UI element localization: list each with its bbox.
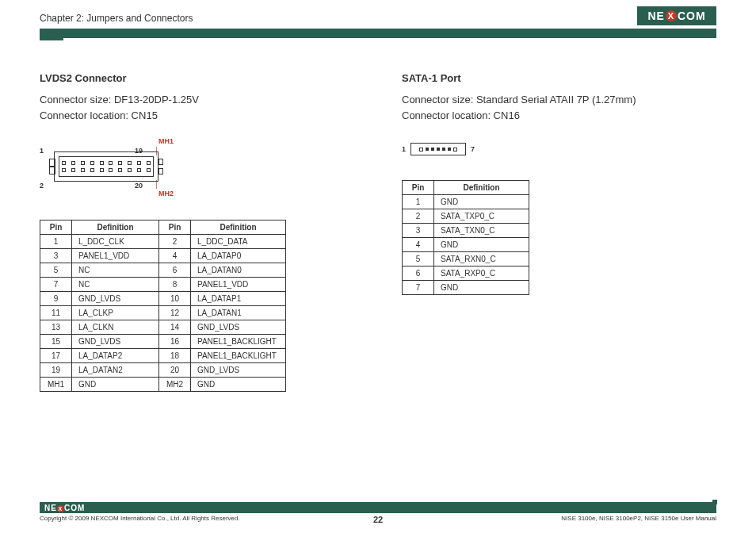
cell-def: NC bbox=[72, 278, 159, 292]
nexcom-logo-bottom: NEXCOM bbox=[44, 504, 85, 512]
cell-def: L_DDC_CLK bbox=[72, 235, 159, 249]
lvds2-size: Connector size: DF13-20DP-1.25V bbox=[40, 94, 199, 105]
th-pin: Pin bbox=[40, 220, 72, 235]
lvds2-pin-table: Pin Definition Pin Definition 1L_DDC_CLK… bbox=[40, 220, 286, 392]
table-row: 3PANEL1_VDD4LA_DATAP0 bbox=[40, 249, 286, 263]
cell-def: GND_LVDS bbox=[191, 363, 286, 378]
cell-pin: 5 bbox=[40, 263, 72, 278]
cell-pin: 12 bbox=[159, 306, 191, 320]
cell-def: PANEL1_BACKLIGHT bbox=[191, 349, 286, 363]
cell-def: LA_DATAN1 bbox=[191, 306, 286, 320]
cell-pin: 8 bbox=[159, 278, 191, 292]
table-row: 11LA_CLKP12LA_DATAN1 bbox=[40, 306, 286, 320]
sata1-title: SATA-1 Port bbox=[402, 72, 716, 84]
cell-pin: 6 bbox=[403, 266, 434, 281]
cell-def: SATA_TXP0_C bbox=[434, 209, 529, 224]
lvds2-title: LVDS2 Connector bbox=[40, 72, 354, 84]
table-row: 9GND_LVDS10LA_DATAP1 bbox=[40, 292, 286, 306]
cell-def: LA_CLKP bbox=[72, 306, 159, 320]
cell-pin: 19 bbox=[40, 363, 72, 378]
pin1-label: 1 bbox=[402, 145, 406, 153]
sata1-diagram: 1 7 bbox=[402, 137, 489, 161]
table-row: MH1GNDMH2GND bbox=[40, 378, 286, 392]
cell-pin: 13 bbox=[40, 320, 72, 335]
cell-pin: 2 bbox=[403, 209, 434, 224]
table-row: 3SATA_TXN0_C bbox=[403, 224, 529, 238]
cell-pin: 11 bbox=[40, 306, 72, 320]
cell-pin: 1 bbox=[40, 235, 72, 249]
table-row: 1L_DDC_CLK2L_DDC_DATA bbox=[40, 235, 286, 249]
cell-def: GND_LVDS bbox=[72, 335, 159, 349]
cell-pin: 4 bbox=[159, 249, 191, 263]
table-row: 7GND bbox=[403, 281, 529, 295]
cell-def: GND_LVDS bbox=[191, 320, 286, 335]
cell-def: GND bbox=[72, 378, 159, 392]
cell-def: SATA_RXP0_C bbox=[434, 266, 529, 281]
table-row: 15GND_LVDS16PANEL1_BACKLIGHT bbox=[40, 335, 286, 349]
cell-pin: 5 bbox=[403, 252, 434, 266]
logo-x-icon: X bbox=[57, 505, 64, 512]
cell-pin: 14 bbox=[159, 320, 191, 335]
cell-def: LA_DATAN2 bbox=[72, 363, 159, 378]
cell-pin: MH1 bbox=[40, 378, 72, 392]
cell-pin: 2 bbox=[159, 235, 191, 249]
cell-pin: 10 bbox=[159, 292, 191, 306]
sata1-location: Connector location: CN16 bbox=[402, 109, 520, 121]
sata1-desc: Connector size: Standard Serial ATAII 7P… bbox=[402, 92, 716, 123]
pin7-label: 7 bbox=[471, 145, 475, 153]
cell-def: SATA_TXN0_C bbox=[434, 224, 529, 238]
cell-def: PANEL1_VDD bbox=[191, 278, 286, 292]
pin2-label: 2 bbox=[40, 182, 44, 190]
th-def: Definition bbox=[72, 220, 159, 235]
lvds2-diagram: MH1 │ 1 19 2 20 │ MH2 bbox=[40, 137, 182, 201]
mh2-label: MH2 bbox=[158, 190, 174, 197]
left-column: LVDS2 Connector Connector size: DF13-20D… bbox=[40, 72, 354, 392]
pin1-label: 1 bbox=[40, 147, 44, 155]
cell-def: GND bbox=[434, 195, 529, 209]
cell-pin: MH2 bbox=[159, 378, 191, 392]
table-row: 13LA_CLKN14GND_LVDS bbox=[40, 320, 286, 335]
cell-def: PANEL1_VDD bbox=[72, 249, 159, 263]
cell-pin: 7 bbox=[403, 281, 434, 295]
cell-def: LA_DATAP0 bbox=[191, 249, 286, 263]
cell-pin: 6 bbox=[159, 263, 191, 278]
footer-ornament-icon bbox=[704, 500, 717, 516]
cell-pin: 15 bbox=[40, 335, 72, 349]
th-pin: Pin bbox=[159, 220, 191, 235]
cell-def: PANEL1_BACKLIGHT bbox=[191, 335, 286, 349]
cell-def: GND bbox=[434, 281, 529, 295]
pin20-label: 20 bbox=[135, 182, 143, 190]
mh1-label: MH1 bbox=[158, 137, 174, 145]
page-number: 22 bbox=[40, 515, 716, 524]
th-def: Definition bbox=[191, 220, 286, 235]
table-row: 19LA_DATAN220GND_LVDS bbox=[40, 363, 286, 378]
cell-def: LA_DATAP2 bbox=[72, 349, 159, 363]
lvds2-location: Connector location: CN15 bbox=[40, 109, 158, 121]
table-row: 5NC6LA_DATAN0 bbox=[40, 263, 286, 278]
th-def: Definition bbox=[434, 181, 529, 195]
table-header-row: Pin Definition bbox=[403, 181, 529, 195]
table-row: 2SATA_TXP0_C bbox=[403, 209, 529, 224]
th-pin: Pin bbox=[403, 181, 434, 195]
cell-pin: 3 bbox=[403, 224, 434, 238]
nexcom-logo-top: NEXCOM bbox=[637, 6, 716, 25]
table-header-row: Pin Definition Pin Definition bbox=[40, 220, 286, 235]
cell-def: SATA_RXN0_C bbox=[434, 252, 529, 266]
cell-def: GND bbox=[434, 238, 529, 252]
table-row: 6SATA_RXP0_C bbox=[403, 266, 529, 281]
sata1-pin-table: Pin Definition 1GND2SATA_TXP0_C3SATA_TXN… bbox=[402, 180, 529, 295]
footer-bar: NEXCOM bbox=[40, 502, 716, 513]
lvds2-desc: Connector size: DF13-20DP-1.25V Connecto… bbox=[40, 92, 354, 123]
right-column: SATA-1 Port Connector size: Standard Ser… bbox=[402, 72, 716, 392]
cell-pin: 9 bbox=[40, 292, 72, 306]
cell-def: L_DDC_DATA bbox=[191, 235, 286, 249]
cell-def: LA_DATAN0 bbox=[191, 263, 286, 278]
cell-def: GND bbox=[191, 378, 286, 392]
cell-pin: 1 bbox=[403, 195, 434, 209]
logo-x-icon: X bbox=[666, 10, 677, 21]
table-row: 7NC8PANEL1_VDD bbox=[40, 278, 286, 292]
chapter-title: Chapter 2: Jumpers and Connectors bbox=[40, 13, 716, 24]
cell-pin: 3 bbox=[40, 249, 72, 263]
cell-def: LA_DATAP1 bbox=[191, 292, 286, 306]
cell-def: NC bbox=[72, 263, 159, 278]
